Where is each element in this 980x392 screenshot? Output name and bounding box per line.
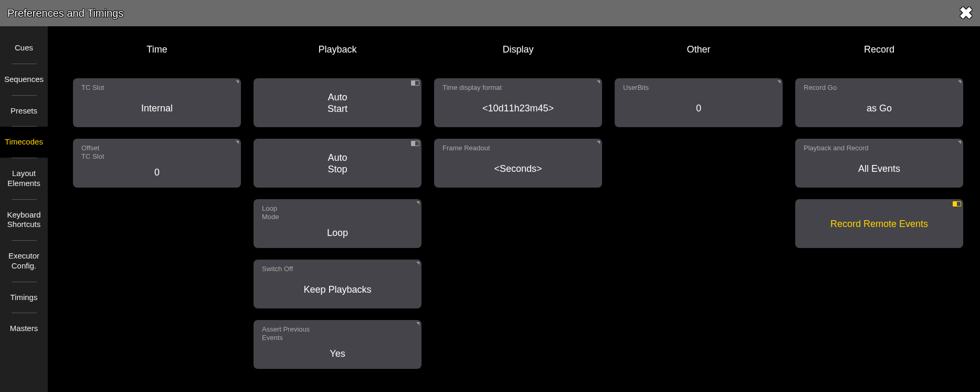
tile-value: Yes [262, 344, 413, 365]
tile-time-1[interactable]: Offset TC Slot0 [73, 139, 241, 188]
sidebar-item-label: Layout Elements [7, 169, 40, 188]
toggle-indicator-icon [411, 141, 419, 146]
tile-playback-1[interactable]: Auto Stop [254, 139, 421, 188]
tile-label: Frame Readout [442, 144, 594, 152]
tile-value: as Go [804, 94, 955, 123]
dropdown-indicator-icon [236, 141, 239, 144]
tile-label: Offset TC Slot [81, 144, 233, 160]
tile-playback-2[interactable]: Loop ModeLoop [254, 199, 421, 248]
sidebar-item-label: Sequences [4, 75, 44, 84]
toggle-indicator-icon [953, 201, 961, 207]
dropdown-indicator-icon [416, 262, 419, 265]
column-header-time: Time [73, 35, 241, 66]
window-title: Preferences and Timings [7, 7, 123, 19]
tile-value: Auto Start [262, 84, 413, 123]
tile-label: Record Go [804, 84, 955, 92]
column-header-other: Other [615, 35, 783, 66]
toggle-indicator-icon [411, 80, 419, 86]
tile-value: Internal [81, 94, 233, 123]
column-header-display: Display [434, 35, 602, 66]
tile-value: Record Remote Events [804, 204, 955, 244]
tile-display-1[interactable]: Frame Readout<Seconds> [434, 139, 602, 188]
column-body-record: Record Goas GoPlayback and RecordAll Eve… [795, 78, 963, 369]
tile-value: Auto Stop [262, 144, 413, 183]
close-icon: ✖ [959, 3, 973, 23]
tile-label: Loop Mode [262, 204, 413, 221]
sidebar-item-label: Timings [10, 293, 38, 302]
column-body-playback: Auto StartAuto StopLoop ModeLoopSwitch O… [254, 78, 421, 369]
column-body-display: Time display format<10d11h23m45>Frame Re… [434, 78, 602, 369]
tile-value: <10d11h23m45> [442, 94, 594, 123]
column-header-playback: Playback [254, 35, 421, 66]
sidebar-item-timecodes[interactable]: Timecodes [0, 127, 48, 158]
tile-label: TC Slot [81, 84, 233, 92]
titlebar: Preferences and Timings ✖ [0, 0, 980, 26]
column-header-record: Record [795, 35, 963, 66]
tile-value: <Seconds> [442, 154, 594, 183]
sidebar: CuesSequencesPresetsTimecodesLayout Elem… [0, 26, 48, 392]
tile-record-1[interactable]: Playback and RecordAll Events [795, 139, 963, 188]
tile-other-0[interactable]: UserBits0 [615, 78, 783, 127]
tile-label: Playback and Record [804, 144, 955, 152]
column-body-other: UserBits0 [615, 78, 783, 369]
tile-label: Time display format [442, 84, 594, 92]
tile-value: Loop [262, 223, 413, 244]
dropdown-indicator-icon [416, 201, 419, 204]
tile-time-0[interactable]: TC SlotInternal [73, 78, 241, 127]
dropdown-indicator-icon [777, 80, 781, 84]
close-button[interactable]: ✖ [956, 3, 976, 23]
sidebar-item-executor-config-[interactable]: Executor Config. [0, 241, 48, 282]
sidebar-item-layout-elements[interactable]: Layout Elements [0, 158, 48, 199]
sidebar-item-label: Masters [10, 324, 38, 333]
sidebar-item-label: Executor Config. [8, 251, 39, 270]
tile-playback-4[interactable]: Assert Previous EventsYes [254, 320, 421, 369]
tile-display-0[interactable]: Time display format<10d11h23m45> [434, 78, 602, 127]
tile-label: Assert Previous Events [262, 325, 413, 342]
tile-value: All Events [804, 154, 955, 183]
sidebar-item-sequences[interactable]: Sequences [0, 64, 48, 95]
sidebar-item-timings[interactable]: Timings [0, 282, 48, 313]
tile-record-2[interactable]: Record Remote Events [795, 199, 963, 248]
sidebar-item-label: Cues [15, 43, 33, 52]
tile-value: Keep Playbacks [262, 275, 413, 304]
tile-label: UserBits [623, 84, 774, 92]
tile-playback-3[interactable]: Switch OffKeep Playbacks [254, 260, 421, 308]
dropdown-indicator-icon [597, 141, 600, 144]
sidebar-item-presets[interactable]: Presets [0, 96, 48, 127]
sidebar-item-label: Keyboard Shortcuts [7, 210, 40, 229]
dropdown-indicator-icon [958, 141, 961, 144]
tile-value: 0 [623, 94, 774, 123]
dropdown-indicator-icon [236, 80, 239, 84]
tile-record-0[interactable]: Record Goas Go [795, 78, 963, 127]
dropdown-indicator-icon [958, 80, 961, 84]
tile-playback-0[interactable]: Auto Start [254, 78, 421, 127]
sidebar-item-cues[interactable]: Cues [0, 33, 48, 64]
dropdown-indicator-icon [416, 322, 419, 325]
content: TimePlaybackDisplayOtherRecordTC SlotInt… [48, 26, 980, 392]
sidebar-item-label: Timecodes [5, 137, 43, 146]
sidebar-item-keyboard-shortcuts[interactable]: Keyboard Shortcuts [0, 200, 48, 241]
column-body-time: TC SlotInternalOffset TC Slot0 [73, 78, 241, 369]
sidebar-item-masters[interactable]: Masters [0, 313, 48, 344]
tile-value: 0 [81, 162, 233, 183]
tile-label: Switch Off [262, 265, 413, 273]
sidebar-item-label: Presets [10, 106, 37, 115]
dropdown-indicator-icon [597, 80, 600, 84]
